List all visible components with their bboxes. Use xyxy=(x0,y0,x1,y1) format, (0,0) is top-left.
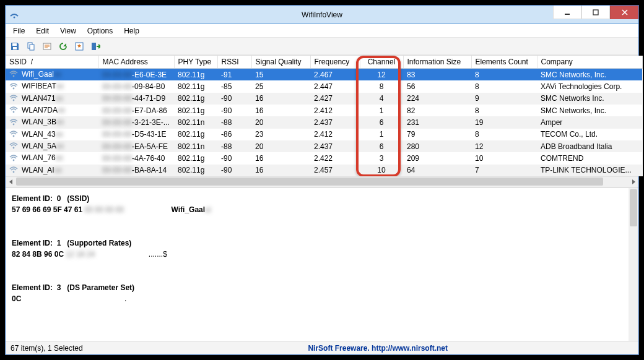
exit-button[interactable] xyxy=(89,40,102,53)
close-icon xyxy=(621,9,629,16)
table-row[interactable]: WLAN_AIxx00-00-00-BA-8A-14802.11g-90162.… xyxy=(6,165,642,176)
cell-mac: -3-21-3E-... xyxy=(132,118,170,127)
cell-mac: -09-84-B0 xyxy=(132,82,165,91)
cell-company: TP-LINK TECHNOLOGIE... xyxy=(537,165,642,176)
cell-signal: 25 xyxy=(251,80,310,92)
save-button[interactable] xyxy=(8,40,22,53)
table-row[interactable]: Wifi_Gaalxx00-00-00-E6-0E-3E802.11g-9115… xyxy=(6,69,642,81)
wifi-signal-icon xyxy=(9,94,18,103)
cell-elemcount: 7 xyxy=(471,165,537,176)
close-button[interactable] xyxy=(610,6,638,19)
cell-freq: 2.427 xyxy=(310,93,360,105)
cell-ssid-blur: xx xyxy=(56,153,63,162)
column-header-row[interactable]: SSID / MAC Address PHY Type RSSI Signal … xyxy=(6,56,642,69)
scroll-thumb[interactable] xyxy=(16,178,603,186)
refresh-button[interactable] xyxy=(56,40,70,53)
menu-edit[interactable]: Edit xyxy=(31,25,54,36)
table-row[interactable]: WLAN_5Axx00-00-00-EA-5A-FE802.11n-88202.… xyxy=(6,140,642,152)
cell-rssi: -88 xyxy=(217,140,251,152)
cell-freq: 2.447 xyxy=(310,80,360,92)
col-phy[interactable]: PHY Type xyxy=(174,56,217,69)
menu-view[interactable]: View xyxy=(55,25,81,36)
details-scroll-thumb[interactable] xyxy=(630,189,637,226)
status-credit[interactable]: NirSoft Freeware. http://www.nirsoft.net xyxy=(308,344,448,353)
col-ssid-label: SSID xyxy=(9,58,27,66)
cell-ssid: WLAN_76 xyxy=(22,153,56,162)
cell-company: COMTREND xyxy=(537,152,642,164)
menu-help[interactable]: Help xyxy=(119,25,144,36)
col-freq[interactable]: Frequency xyxy=(310,56,360,69)
cell-channel: 6 xyxy=(360,140,403,152)
col-elemcount[interactable]: Elements Count xyxy=(471,56,537,69)
properties-button[interactable] xyxy=(40,40,54,53)
cell-mac-blur: 00-00-00 xyxy=(102,118,132,127)
svg-point-13 xyxy=(13,111,15,113)
col-channel[interactable]: Channel xyxy=(360,56,403,69)
cell-signal: 20 xyxy=(251,116,310,128)
details-pane[interactable]: Element ID: 0 (SSID) 57 69 66 69 5F 47 6… xyxy=(6,187,638,341)
element-1-tail: .......$ xyxy=(149,250,167,259)
cell-freq: 2.422 xyxy=(310,152,360,164)
cell-channel: 10 xyxy=(360,165,403,176)
cell-elemcount: 12 xyxy=(471,140,537,152)
svg-point-17 xyxy=(13,159,15,161)
cell-phy: 802.11g xyxy=(174,129,217,140)
cell-ssid: WLAN7DA xyxy=(22,106,58,114)
cell-freq: 2.412 xyxy=(310,129,360,140)
col-company[interactable]: Company xyxy=(537,56,642,69)
col-mac[interactable]: MAC Address xyxy=(98,56,174,69)
cell-ssid-blur: xx xyxy=(56,118,64,126)
element-0-title: Element ID: 0 (SSID) xyxy=(12,194,89,203)
wifi-signal-icon xyxy=(9,118,18,127)
cell-company: TECOM Co., Ltd. xyxy=(537,129,642,140)
cell-company: SMC Networks, Inc. xyxy=(537,69,642,81)
scroll-left-arrow[interactable] xyxy=(6,176,16,187)
titlebar[interactable]: WifiInfoView xyxy=(6,6,638,24)
table-row[interactable]: WLAN_43xx00-00-00-D5-43-1E802.11g-86232.… xyxy=(6,129,642,140)
cell-channel: 3 xyxy=(360,152,403,164)
table-horizontal-scrollbar[interactable] xyxy=(6,176,638,187)
cell-channel: 12 xyxy=(360,69,403,81)
scroll-right-arrow[interactable] xyxy=(628,176,638,187)
maximize-button[interactable] xyxy=(581,6,610,19)
col-rssi[interactable]: RSSI xyxy=(217,56,251,69)
cell-channel: 6 xyxy=(360,116,403,128)
refresh-icon xyxy=(58,41,68,51)
cell-rssi: -88 xyxy=(217,116,251,128)
copy-button[interactable] xyxy=(24,40,38,53)
element-0-hex-tail: 00 00 00 00 xyxy=(84,205,123,214)
cell-channel: 4 xyxy=(360,93,403,105)
table-row[interactable]: WLAN_3Bxx00-00-00-3-21-3E-...802.11n-882… xyxy=(6,116,642,128)
exit-icon xyxy=(90,41,100,51)
table-row[interactable]: WLAN7DAxx00-00-00-E7-DA-86802.11g-90162.… xyxy=(6,105,642,116)
cell-channel: 1 xyxy=(360,105,403,116)
table-row[interactable]: WIFIBEATxx00-00-00-09-84-B0802.11g-85252… xyxy=(6,80,642,92)
options-button[interactable] xyxy=(72,40,86,53)
properties-icon xyxy=(42,41,52,51)
minimize-button[interactable] xyxy=(553,6,581,19)
cell-rssi: -90 xyxy=(217,152,251,164)
col-infosize[interactable]: Information Size xyxy=(403,56,471,69)
cell-freq: 2.467 xyxy=(310,69,360,81)
cell-channel: 8 xyxy=(360,80,403,92)
cell-ssid-blur: xx xyxy=(54,166,62,174)
cell-phy: 802.11g xyxy=(174,152,217,164)
table-row[interactable]: WLAN471xx00-00-00-44-71-D9802.11g-90162.… xyxy=(6,93,642,105)
cell-infosize: 209 xyxy=(403,152,471,164)
col-signal[interactable]: Signal Quality xyxy=(251,56,310,69)
element-0-hex: 57 69 66 69 5F 47 61 xyxy=(12,205,82,214)
table-row[interactable]: WLAN_76xx00-00-00-4A-76-40802.11g-90162.… xyxy=(6,152,642,164)
network-table[interactable]: SSID / MAC Address PHY Type RSSI Signal … xyxy=(6,56,643,176)
cell-phy: 802.11g xyxy=(174,80,217,92)
cell-signal: 23 xyxy=(251,129,310,140)
cell-mac-blur: 00-00-00 xyxy=(102,130,132,139)
cell-channel: 1 xyxy=(360,129,403,140)
menu-file[interactable]: File xyxy=(8,25,30,36)
cell-elemcount: 8 xyxy=(471,69,537,81)
menu-options[interactable]: Options xyxy=(82,25,118,36)
cell-mac-blur: 00-00-00 xyxy=(102,71,132,79)
element-1-hex: 82 84 8B 96 0C xyxy=(12,250,64,259)
col-ssid[interactable]: SSID / xyxy=(6,56,98,69)
svg-point-14 xyxy=(13,123,15,125)
details-vertical-scrollbar[interactable] xyxy=(629,188,638,341)
